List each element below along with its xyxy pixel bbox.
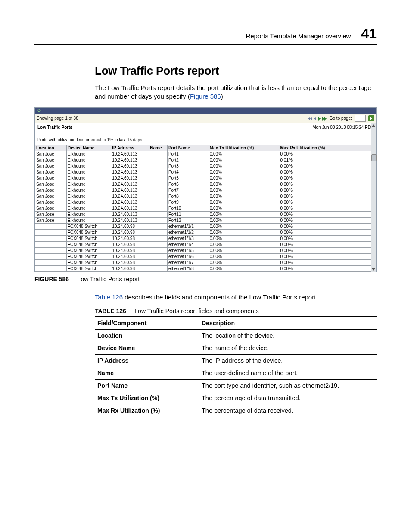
last-page-icon[interactable] <box>322 116 327 121</box>
table-row[interactable]: FCX648 Switch10.24.60.98ethernet1/1/60.0… <box>35 253 376 259</box>
page-header: Reports Template Manager overview 41 <box>34 26 377 45</box>
table-label: TABLE 126 <box>95 308 126 314</box>
col-header[interactable]: IP Address <box>111 145 149 151</box>
table-cell: FCX648 Switch <box>66 241 111 247</box>
table-cell <box>149 229 168 235</box>
table-cell <box>35 265 67 271</box>
col-header[interactable]: Port Name <box>167 145 209 151</box>
table-cell: Port3 <box>167 163 209 169</box>
table-row[interactable]: San JoseElkhound10.24.60.113Port90.00%0.… <box>35 199 376 205</box>
table-cell: 0.00% <box>209 223 279 229</box>
report-screenshot: Showing page 1 of 38 Go to page: Low Tra… <box>34 107 377 272</box>
intro-line1: The Low Traffic Ports report details the… <box>95 84 371 91</box>
table-cell: 10.24.60.98 <box>111 241 149 247</box>
col-header[interactable]: Max Rx Utilization (%) <box>279 145 376 151</box>
table-cell: San Jose <box>35 175 67 181</box>
table-cell: FCX648 Switch <box>66 247 111 253</box>
col-header[interactable]: Max Tx Utilization (%) <box>209 145 279 151</box>
field-desc: The IP address of the device. <box>199 354 377 367</box>
table-cell: 10.24.60.98 <box>111 259 149 265</box>
table-row[interactable]: San JoseElkhound10.24.60.113Port80.00%0.… <box>35 193 376 199</box>
table-row[interactable]: FCX648 Switch10.24.60.98ethernet1/1/20.0… <box>35 229 376 235</box>
page-indicator: Showing page 1 of 38 <box>37 116 78 121</box>
figure-caption-text: Low Traffic Ports report <box>78 276 140 283</box>
field-name: Max Rx Utilization (%) <box>95 404 199 417</box>
goto-page-input[interactable] <box>355 115 366 122</box>
table-cell: Elkhound <box>66 175 111 181</box>
table-cell: 10.24.60.113 <box>111 169 149 175</box>
table-cell: San Jose <box>35 169 67 175</box>
scrollbar[interactable] <box>371 123 376 272</box>
table-cell: San Jose <box>35 193 67 199</box>
table-row[interactable]: San JoseElkhound10.24.60.113Port10.00%0.… <box>35 151 376 157</box>
table-row[interactable]: FCX648 Switch10.24.60.98ethernet1/1/30.0… <box>35 235 376 241</box>
table-link[interactable]: Table 126 <box>95 293 123 301</box>
table-cell: ethernet1/1/5 <box>167 247 209 253</box>
fields-header-desc: Description <box>199 317 377 330</box>
col-header[interactable]: Name <box>149 145 168 151</box>
col-header[interactable]: Device Name <box>66 145 111 151</box>
table-row[interactable]: FCX648 Switch10.24.60.98ethernet1/1/10.0… <box>35 223 376 229</box>
table-row[interactable]: San JoseElkhound10.24.60.113Port70.00%0.… <box>35 187 376 193</box>
report-title: Low Traffic Ports <box>37 125 72 130</box>
table-row[interactable]: San JoseElkhound10.24.60.113Port40.00%0.… <box>35 169 376 175</box>
table-row[interactable]: San JoseElkhound10.24.60.113Port60.00%0.… <box>35 181 376 187</box>
table-cell <box>149 235 168 241</box>
field-name: Max Tx Utilization (%) <box>95 392 199 404</box>
table-cell <box>149 163 168 169</box>
prev-page-icon[interactable] <box>314 116 317 121</box>
table-row[interactable]: San JoseElkhound10.24.60.113Port50.00%0.… <box>35 175 376 181</box>
table-cell: 0.00% <box>279 187 376 193</box>
table-row[interactable]: San JoseElkhound10.24.60.113Port110.00%0… <box>35 211 376 217</box>
fields-row: Device NameThe name of the device. <box>95 342 377 354</box>
table-cell: Port10 <box>167 205 209 211</box>
table-row[interactable]: FCX648 Switch10.24.60.98ethernet1/1/70.0… <box>35 259 376 265</box>
refresh-icon[interactable] <box>37 109 41 113</box>
go-button[interactable] <box>368 115 374 121</box>
first-page-icon[interactable] <box>308 116 312 121</box>
scroll-thumb[interactable] <box>371 154 377 161</box>
table-cell: 0.00% <box>209 199 279 205</box>
table-cell: 10.24.60.113 <box>111 211 149 217</box>
table-cell: 0.00% <box>279 235 376 241</box>
table-row[interactable]: San JoseElkhound10.24.60.113Port30.00%0.… <box>35 163 376 169</box>
table-cell: San Jose <box>35 157 67 163</box>
table-cell <box>149 175 168 181</box>
table-cell: 0.00% <box>279 211 376 217</box>
table-cell: FCX648 Switch <box>66 223 111 229</box>
table-cell: Elkhound <box>66 151 111 157</box>
field-desc: The name of the device. <box>199 342 377 354</box>
table-cell: 10.24.60.113 <box>111 151 149 157</box>
next-page-icon[interactable] <box>318 116 321 121</box>
table-row[interactable]: San JoseElkhound10.24.60.113Port100.00%0… <box>35 205 376 211</box>
table-row[interactable]: FCX648 Switch10.24.60.98ethernet1/1/80.0… <box>35 265 376 271</box>
table-cell <box>35 223 67 229</box>
table-cell: 0.00% <box>209 259 279 265</box>
table-cell: Port9 <box>167 199 209 205</box>
table-cell: FCX648 Switch <box>66 265 111 271</box>
table-row[interactable]: FCX648 Switch10.24.60.98ethernet1/1/40.0… <box>35 241 376 247</box>
figure-link[interactable]: Figure 586 <box>190 93 221 100</box>
table-cell: 0.00% <box>209 157 279 163</box>
table-row[interactable]: FCX648 Switch10.24.60.98ethernet1/1/50.0… <box>35 247 376 253</box>
table-row[interactable]: San JoseElkhound10.24.60.113Port20.00%0.… <box>35 157 376 163</box>
table-cell: 10.24.60.113 <box>111 217 149 223</box>
table-cell: 0.00% <box>209 175 279 181</box>
scroll-up-icon[interactable] <box>372 124 375 127</box>
table-cell <box>149 253 168 259</box>
field-desc: The user-defined name of the port. <box>199 367 377 379</box>
table-cell: 0.00% <box>209 193 279 199</box>
table-cell: Elkhound <box>66 205 111 211</box>
scroll-down-icon[interactable] <box>372 268 375 271</box>
table-caption: TABLE 126 Low Traffic Ports report field… <box>95 308 377 314</box>
table-row[interactable]: San JoseElkhound10.24.60.113Port120.00%0… <box>35 217 376 223</box>
field-name: Location <box>95 329 199 342</box>
table-cell <box>149 181 168 187</box>
table-cell: ethernet1/1/4 <box>167 241 209 247</box>
intro-line2b: ). <box>221 93 225 100</box>
table-cell: 0.01% <box>279 157 376 163</box>
table-cell: 0.00% <box>279 163 376 169</box>
table-cell: 10.24.60.98 <box>111 223 149 229</box>
table-cell: FCX648 Switch <box>66 259 111 265</box>
col-header[interactable]: Location <box>35 145 67 151</box>
